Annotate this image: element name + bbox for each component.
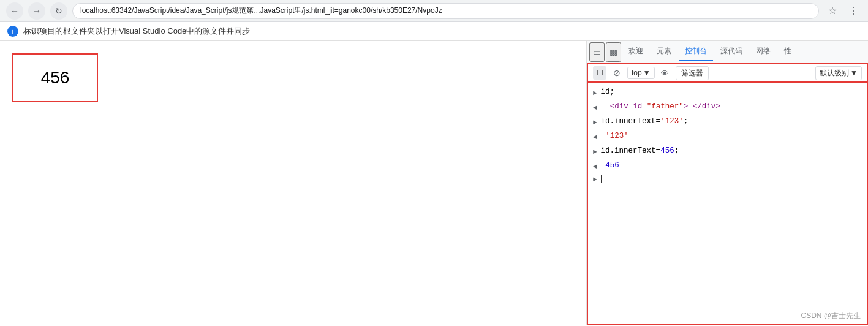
console-content[interactable]: ► id; ◄ <div id="father"> </div> ► id.in… — [587, 83, 868, 325]
return-arrow-icon[interactable]: ◄ — [593, 132, 597, 143]
tab-welcome[interactable]: 欢迎 — [622, 42, 649, 61]
dropdown-arrow-icon: ▼ — [643, 69, 651, 77]
log-level-dropdown[interactable]: 默认级别 ▼ — [815, 66, 862, 80]
console-line: ► id; — [588, 85, 867, 100]
address-bar[interactable]: localhost:63342/JavaScript/idea/Java_Scr… — [72, 3, 819, 19]
notification-text: 标识项目的根文件夹以打开Visual Studio Code中的源文件并同步 — [23, 26, 250, 37]
demo-value: 456 — [41, 68, 70, 88]
expand-arrow-icon[interactable]: ► — [593, 146, 597, 157]
page-content: 456 — [0, 41, 586, 325]
tab-console[interactable]: 控制台 — [679, 42, 713, 61]
address-text: localhost:63342/JavaScript/idea/Java_Scr… — [80, 6, 442, 16]
return-arrow-icon[interactable]: ◄ — [593, 102, 597, 113]
tab-sources[interactable]: 源代码 — [714, 42, 749, 61]
devtools-device-icon[interactable]: ▩ — [606, 42, 621, 62]
demo-box: 456 — [12, 53, 98, 102]
console-line: ◄ <div id="father"> </div> — [588, 100, 867, 115]
menu-button[interactable]: ⋮ — [845, 2, 862, 20]
input-prompt-icon: ► — [593, 176, 597, 183]
expand-arrow-icon[interactable]: ► — [593, 117, 597, 128]
devtools-tabs: ▭ ▩ 欢迎 元素 控制台 源代码 网络 性 — [587, 41, 868, 63]
log-level-arrow-icon: ▼ — [850, 69, 858, 77]
browser-toolbar: ← → ↻ localhost:63342/JavaScript/idea/Ja… — [0, 0, 868, 22]
devtools-panel: ▭ ▩ 欢迎 元素 控制台 源代码 网络 性 ☐ ⊘ — [586, 41, 868, 325]
notification-info-icon: i — [7, 26, 18, 37]
bookmark-button[interactable]: ☆ — [824, 2, 841, 20]
console-line: ► id.innerText='123'; — [588, 115, 867, 129]
toolbar-icons: ☆ ⋮ — [824, 2, 862, 20]
eye-icon[interactable]: 👁 — [659, 66, 672, 80]
console-line: ◄ 456 — [588, 159, 867, 173]
forward-button[interactable]: → — [28, 2, 45, 20]
devtools-notification: i 标识项目的根文件夹以打开Visual Studio Code中的源文件并同步 — [0, 22, 868, 41]
main-layout: 456 ▭ ▩ 欢迎 元素 控制台 源代码 网络 性 — [0, 41, 868, 325]
log-level-label: 默认级别 — [820, 68, 849, 78]
line-text: 456 — [601, 160, 862, 171]
tab-elements[interactable]: 元素 — [651, 42, 677, 61]
line-text: id; — [601, 86, 862, 97]
tab-network[interactable]: 网络 — [750, 42, 777, 61]
watermark: CSDN @吉士先生 — [801, 311, 861, 321]
line-text: '123' — [601, 131, 862, 142]
refresh-button[interactable]: ↻ — [50, 2, 67, 20]
console-line: ► id.innerText=456; — [588, 144, 867, 159]
return-arrow-icon[interactable]: ◄ — [593, 161, 597, 172]
back-button[interactable]: ← — [6, 2, 23, 20]
line-text: id.innerText=456; — [601, 145, 862, 156]
filter-button[interactable]: 筛选器 — [676, 66, 709, 80]
expand-arrow-icon[interactable]: ► — [593, 88, 597, 99]
line-text: id.innerText='123'; — [601, 116, 862, 127]
clear-console-button[interactable]: ☐ — [593, 66, 606, 80]
context-dropdown[interactable]: top ▼ — [627, 67, 655, 79]
cursor — [601, 175, 602, 183]
devtools-inspect-icon[interactable]: ▭ — [589, 42, 605, 62]
console-line: ◄ '123' — [588, 129, 867, 144]
console-toolbar: ☐ ⊘ top ▼ 👁 筛选器 默认级别 ▼ — [587, 63, 868, 83]
no-entry-icon[interactable]: ⊘ — [610, 66, 624, 80]
tab-performance[interactable]: 性 — [778, 42, 798, 61]
console-input-line[interactable]: ► — [588, 173, 867, 184]
line-text: <div id="father"> </div> — [601, 101, 862, 112]
context-label: top — [632, 69, 642, 77]
